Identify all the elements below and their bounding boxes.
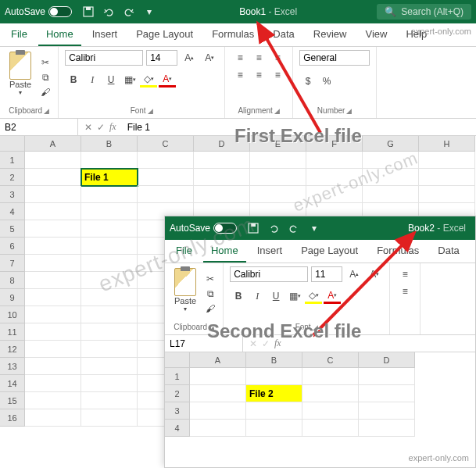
row-header[interactable]: 11 bbox=[0, 323, 25, 341]
cell[interactable] bbox=[359, 385, 415, 402]
percent-icon[interactable]: % bbox=[318, 73, 335, 89]
row-header[interactable]: 6 bbox=[0, 238, 25, 255]
align-left-icon[interactable]: ≡ bbox=[231, 67, 249, 83]
cell[interactable] bbox=[25, 409, 81, 427]
cell[interactable] bbox=[81, 358, 138, 375]
row-header[interactable]: 7 bbox=[0, 255, 25, 272]
cell[interactable] bbox=[81, 289, 138, 306]
cell[interactable] bbox=[81, 306, 138, 323]
cell[interactable] bbox=[25, 152, 81, 169]
fx-icon[interactable]: fx bbox=[109, 121, 116, 133]
select-all-corner[interactable] bbox=[165, 352, 190, 368]
enter-icon[interactable]: ✓ bbox=[97, 122, 105, 133]
cell[interactable] bbox=[81, 152, 138, 169]
cell[interactable] bbox=[250, 169, 306, 186]
cell-b2[interactable]: File 2 bbox=[246, 385, 302, 402]
cell[interactable] bbox=[306, 169, 363, 186]
col-header[interactable]: C bbox=[302, 352, 359, 368]
cell[interactable] bbox=[419, 186, 475, 203]
cell[interactable] bbox=[359, 368, 415, 385]
cell[interactable] bbox=[25, 169, 81, 186]
cell[interactable] bbox=[81, 323, 138, 341]
cell[interactable] bbox=[138, 186, 194, 203]
cell[interactable] bbox=[250, 186, 306, 203]
undo-icon[interactable] bbox=[267, 221, 281, 235]
cancel-icon[interactable]: ✕ bbox=[84, 122, 92, 133]
cell[interactable] bbox=[81, 392, 138, 409]
col-header[interactable]: D bbox=[194, 136, 250, 152]
cell[interactable] bbox=[190, 368, 246, 385]
fx-icon[interactable]: fx bbox=[274, 338, 281, 349]
launcher-icon[interactable]: ◢ bbox=[148, 107, 153, 115]
cell[interactable] bbox=[81, 238, 138, 255]
cell[interactable] bbox=[81, 255, 138, 272]
underline-button[interactable]: U bbox=[102, 72, 120, 88]
tab-view[interactable]: View bbox=[357, 23, 395, 46]
tab-page-layout[interactable]: Page Layout bbox=[293, 240, 366, 263]
dropdown-icon[interactable]: ▾ bbox=[142, 5, 156, 19]
cell[interactable] bbox=[419, 152, 475, 169]
font-name-select[interactable] bbox=[65, 50, 143, 66]
row-header[interactable]: 4 bbox=[0, 203, 25, 220]
cell[interactable] bbox=[246, 402, 302, 420]
cell[interactable] bbox=[25, 392, 81, 409]
cell[interactable] bbox=[25, 203, 81, 220]
cell[interactable] bbox=[81, 409, 138, 427]
autosave-toggle[interactable]: AutoSave bbox=[170, 223, 237, 234]
cell[interactable] bbox=[25, 375, 81, 392]
align-middle-icon[interactable]: ≡ bbox=[250, 50, 267, 66]
launcher-icon[interactable]: ◢ bbox=[274, 107, 280, 115]
name-box[interactable]: L17 bbox=[165, 335, 243, 352]
cell[interactable] bbox=[190, 402, 246, 420]
row-header[interactable]: 1 bbox=[0, 152, 25, 169]
cell[interactable] bbox=[81, 203, 138, 220]
fill-color-icon[interactable]: ◇▾ bbox=[140, 72, 157, 88]
row-header[interactable]: 2 bbox=[165, 385, 190, 402]
cell[interactable] bbox=[359, 402, 415, 420]
paste-button[interactable]: Paste▾ bbox=[6, 50, 34, 105]
italic-button[interactable]: I bbox=[249, 288, 266, 304]
italic-button[interactable]: I bbox=[84, 72, 101, 88]
font-name-select[interactable] bbox=[230, 266, 308, 282]
row-header[interactable]: 14 bbox=[0, 375, 25, 392]
col-header[interactable]: B bbox=[246, 352, 302, 368]
col-header[interactable]: E bbox=[250, 136, 306, 152]
tab-data[interactable]: Data bbox=[430, 240, 467, 263]
align-left-icon[interactable]: ≡ bbox=[396, 284, 413, 299]
cell[interactable] bbox=[25, 220, 81, 238]
cell[interactable] bbox=[363, 186, 419, 203]
paste-button[interactable]: Paste▾ bbox=[171, 266, 199, 321]
cell[interactable] bbox=[25, 255, 81, 272]
cell[interactable] bbox=[359, 420, 415, 437]
cell[interactable] bbox=[419, 169, 475, 186]
tab-formulas[interactable]: Formulas bbox=[204, 23, 262, 46]
cell[interactable] bbox=[363, 152, 419, 169]
tab-insert[interactable]: Insert bbox=[249, 240, 291, 263]
cell[interactable] bbox=[81, 220, 138, 238]
cut-icon[interactable]: ✂ bbox=[204, 273, 217, 285]
cell[interactable] bbox=[250, 152, 306, 169]
bold-button[interactable]: B bbox=[230, 288, 247, 304]
dropdown-icon[interactable]: ▾ bbox=[307, 221, 321, 235]
toggle-off-icon[interactable] bbox=[48, 6, 72, 17]
border-icon[interactable]: ▦▾ bbox=[121, 72, 138, 88]
col-header[interactable]: D bbox=[359, 352, 415, 368]
cell[interactable] bbox=[81, 272, 138, 289]
cell[interactable] bbox=[81, 341, 138, 358]
launcher-icon[interactable]: ◢ bbox=[209, 323, 214, 331]
font-size-select[interactable] bbox=[311, 266, 342, 282]
formula-input[interactable]: File 1 bbox=[123, 122, 476, 133]
cell[interactable] bbox=[81, 375, 138, 392]
cell[interactable] bbox=[306, 152, 363, 169]
launcher-icon[interactable]: ◢ bbox=[313, 323, 318, 331]
row-header[interactable]: 3 bbox=[165, 402, 190, 420]
cell[interactable] bbox=[25, 306, 81, 323]
cell[interactable] bbox=[190, 385, 246, 402]
tab-file[interactable]: File bbox=[168, 240, 200, 263]
col-header[interactable]: H bbox=[419, 136, 475, 152]
save-icon[interactable] bbox=[246, 221, 260, 235]
col-header[interactable]: B bbox=[81, 136, 138, 152]
currency-icon[interactable]: $ bbox=[299, 73, 317, 89]
cell[interactable] bbox=[81, 186, 138, 203]
shrink-font-icon[interactable]: A▾ bbox=[366, 266, 383, 282]
